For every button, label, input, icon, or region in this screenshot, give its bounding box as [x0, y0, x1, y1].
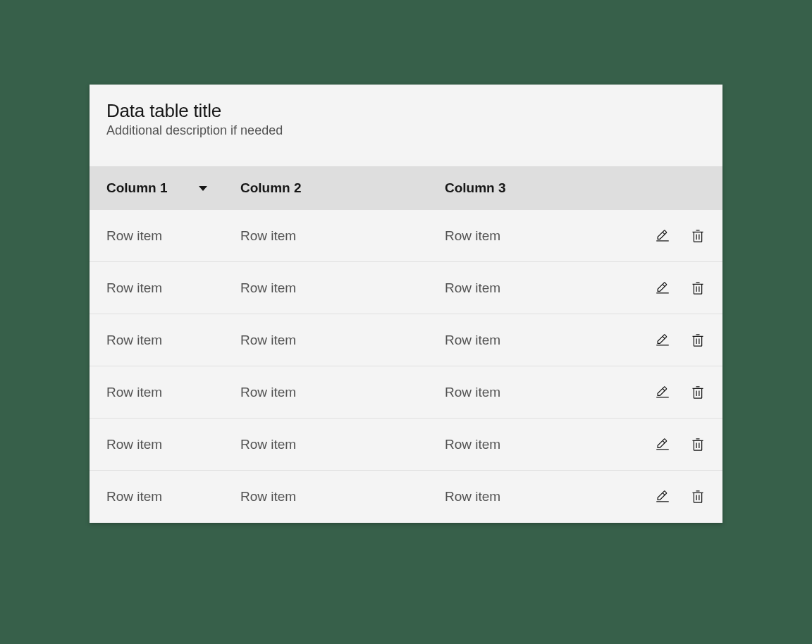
column-header-3-label: Column 3 [445, 180, 506, 196]
cell-col2: Row item [240, 437, 445, 452]
table-row: Row item Row item Row item [90, 314, 722, 366]
edit-icon [656, 281, 670, 295]
trash-icon [691, 385, 705, 400]
delete-button[interactable] [690, 333, 706, 348]
table-row: Row item Row item Row item [90, 419, 722, 471]
delete-button[interactable] [690, 489, 706, 504]
table-subtitle: Additional description if needed [106, 123, 706, 138]
trash-icon [691, 333, 705, 347]
sort-caret-down-icon [199, 186, 207, 191]
cell-col3: Row item [445, 228, 655, 244]
table-row: Row item Row item Row item [90, 471, 722, 523]
row-actions [655, 385, 706, 400]
delete-button[interactable] [690, 437, 706, 452]
cell-col2: Row item [240, 385, 445, 400]
cell-col3: Row item [445, 333, 655, 348]
cell-col1: Row item [106, 228, 240, 244]
trash-icon [691, 490, 705, 504]
row-actions [655, 333, 706, 348]
row-actions [655, 280, 706, 296]
delete-button[interactable] [690, 280, 706, 296]
row-actions [655, 489, 706, 504]
edit-icon [656, 333, 670, 347]
edit-button[interactable] [655, 489, 670, 504]
cell-col2: Row item [240, 489, 445, 504]
trash-icon [691, 229, 705, 243]
trash-icon [691, 438, 705, 452]
edit-icon [656, 229, 670, 243]
table-body: Row item Row item Row item Row item Row … [90, 210, 722, 523]
delete-button[interactable] [690, 228, 706, 244]
edit-button[interactable] [655, 333, 670, 348]
cell-col1: Row item [106, 489, 240, 504]
row-actions [655, 437, 706, 452]
trash-icon [691, 281, 705, 295]
cell-col1: Row item [106, 333, 240, 348]
column-header-1[interactable]: Column 1 [106, 180, 240, 196]
cell-col1: Row item [106, 385, 240, 400]
table-row: Row item Row item Row item [90, 210, 722, 262]
edit-button[interactable] [655, 280, 670, 296]
edit-icon [656, 385, 670, 400]
data-table-card: Data table title Additional description … [90, 85, 722, 523]
row-actions [655, 228, 706, 244]
edit-icon [656, 438, 670, 452]
edit-button[interactable] [655, 228, 670, 244]
delete-button[interactable] [690, 385, 706, 400]
column-header-2-label: Column 2 [240, 180, 302, 196]
table-head-row: Column 1 Column 2 Column 3 [90, 166, 722, 210]
table-title: Data table title [106, 100, 706, 122]
table-row: Row item Row item Row item [90, 366, 722, 419]
cell-col2: Row item [240, 280, 445, 296]
table-row: Row item Row item Row item [90, 262, 722, 314]
edit-icon [656, 490, 670, 504]
column-header-1-label: Column 1 [106, 180, 168, 196]
column-header-2[interactable]: Column 2 [240, 180, 445, 196]
column-header-3[interactable]: Column 3 [445, 180, 706, 196]
edit-button[interactable] [655, 385, 670, 400]
cell-col2: Row item [240, 228, 445, 244]
cell-col1: Row item [106, 437, 240, 452]
cell-col1: Row item [106, 280, 240, 296]
cell-col3: Row item [445, 385, 655, 400]
cell-col3: Row item [445, 437, 655, 452]
table-header: Data table title Additional description … [90, 85, 722, 166]
edit-button[interactable] [655, 437, 670, 452]
cell-col2: Row item [240, 333, 445, 348]
cell-col3: Row item [445, 489, 655, 504]
cell-col3: Row item [445, 280, 655, 296]
